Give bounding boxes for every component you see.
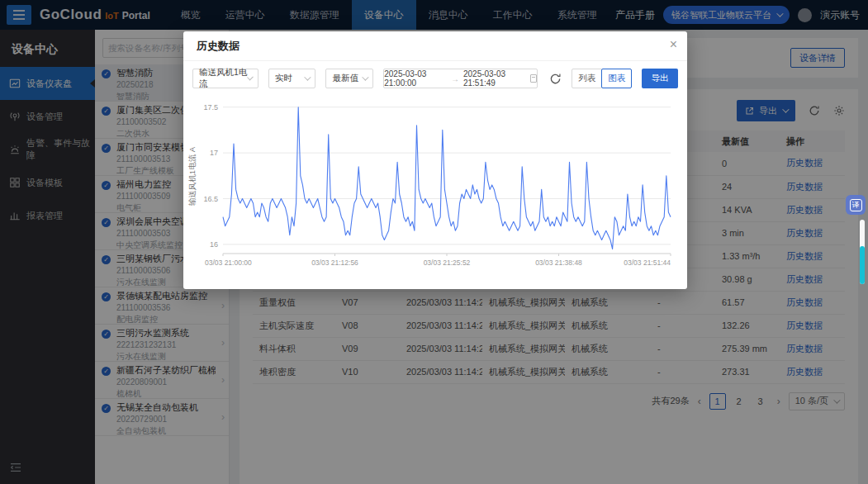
- chart-area: 输送风机1电流 A 1616.51717.503/03 21:00:0003/0…: [183, 95, 687, 277]
- view-toggle-chart[interactable]: 图表: [601, 69, 632, 88]
- svg-text:17.5: 17.5: [203, 103, 218, 112]
- svg-text:03/03 21:38:48: 03/03 21:38:48: [535, 259, 582, 267]
- value-type-select[interactable]: 最新值: [325, 69, 373, 88]
- attribute-select[interactable]: 输送风机1电流: [192, 69, 259, 88]
- history-data-modal: 历史数据 × 输送风机1电流 实时 最新值 2025-03-03 21:00:0…: [183, 31, 687, 289]
- translate-icon: 译: [850, 199, 862, 211]
- modal-header: 历史数据 ×: [183, 31, 687, 61]
- view-toggle: 列表 图表: [572, 69, 632, 88]
- svg-text:17: 17: [210, 149, 218, 157]
- range-arrow: →: [451, 74, 459, 83]
- svg-text:03/03 21:12:56: 03/03 21:12:56: [311, 259, 358, 267]
- svg-text:03/03 21:51:44: 03/03 21:51:44: [624, 259, 671, 267]
- close-icon[interactable]: ×: [670, 38, 677, 51]
- chevron-down-icon: [305, 74, 311, 80]
- scrollbar-thumb[interactable]: [860, 246, 865, 284]
- range-end: 2025-03-03 21:51:49: [463, 69, 526, 88]
- svg-text:03/03 21:00:00: 03/03 21:00:00: [205, 259, 252, 267]
- modal-title: 历史数据: [197, 39, 240, 54]
- app-window: GoCloud IoT Portal 概览 运营中心 数据源管理 设备中心 消息…: [0, 0, 868, 484]
- modal-export-button[interactable]: 导出: [642, 69, 678, 88]
- svg-text:03/03 21:25:52: 03/03 21:25:52: [424, 259, 471, 267]
- svg-text:16.5: 16.5: [203, 195, 218, 203]
- mode-select[interactable]: 实时: [268, 69, 316, 88]
- chevron-down-icon: [362, 74, 368, 80]
- modal-refresh-icon[interactable]: [549, 73, 562, 85]
- page-scrollbar: [860, 220, 865, 284]
- svg-text:16: 16: [210, 240, 218, 249]
- date-range-picker[interactable]: 2025-03-03 21:00:00 → 2025-03-03 21:51:4…: [383, 69, 538, 88]
- calendar-icon: [530, 74, 538, 83]
- history-line-chart: 1616.51717.503/03 21:00:0003/03 21:12:56…: [195, 97, 676, 273]
- view-toggle-list[interactable]: 列表: [572, 69, 602, 88]
- modal-controls: 输送风机1电流 实时 最新值 2025-03-03 21:00:00 → 202…: [183, 61, 687, 95]
- range-start: 2025-03-03 21:00:00: [384, 69, 447, 88]
- translate-extension-badge[interactable]: 译: [846, 195, 866, 215]
- chevron-down-icon: [247, 74, 254, 81]
